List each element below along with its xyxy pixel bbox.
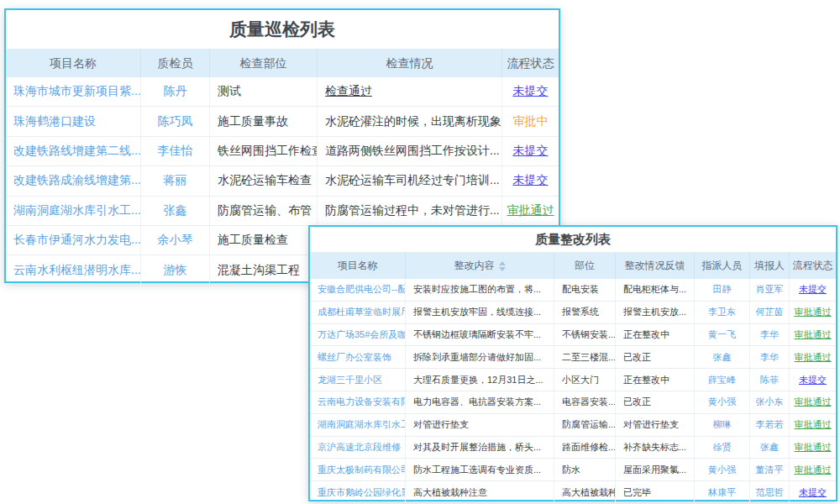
content-cell: 安装时应按施工图的布置，将... (406, 279, 554, 301)
situation-cell: 水泥砼灌注的时候，出现离析现象 (318, 107, 502, 135)
column-header-流程状态: 流程状态 (502, 50, 559, 77)
status-link[interactable]: 审批中 (502, 107, 559, 135)
column-header-项目名称: 项目名称 (6, 50, 141, 77)
assignee-link[interactable]: 黄小强 (695, 391, 750, 413)
reporter-link[interactable]: 范思哲 (750, 481, 790, 503)
table-row: 万达广场35#会所及咖啡厅空...不锈钢边框玻璃隔断安装不牢...不锈钢安装..… (310, 324, 836, 347)
column-header-label: 填报人 (754, 259, 785, 273)
status-link[interactable]: 未提交 (790, 279, 836, 301)
content-cell: 电力电容器、电抗器安装方案... (406, 391, 554, 413)
status-link[interactable]: 审批通过 (790, 324, 836, 346)
part-cell: 电容器安装... (554, 391, 616, 413)
table-row: 龙湖三千里小区大理石质量更换，12月31日之...小区大门正在整改中薛宝峰陈菲未… (310, 369, 836, 391)
table-row: 改建铁路成渝线增建第...蒋丽水泥砼运输车检查水泥砼运输车司机经过专门培训...… (6, 166, 559, 196)
assignee-link[interactable]: 黄小强 (695, 459, 750, 480)
assignee-link[interactable]: 徐贤 (695, 437, 750, 459)
project-link[interactable]: 京沪高速北京段维修 (310, 437, 406, 459)
project-link[interactable]: 湖南洞庭湖水库引水工程施工标 (310, 414, 406, 436)
content-cell: 拆除到承重墙部分请做好加固... (406, 346, 554, 368)
column-header-整改情况反馈: 整改情况反馈 (616, 253, 695, 279)
assignee-link[interactable]: 田静 (695, 279, 750, 301)
project-link[interactable]: 长春市伊通河水力发电... (6, 226, 141, 255)
status-link[interactable]: 未提交 (790, 369, 836, 391)
project-link[interactable]: 安徽合肥供电公司--配电设备... (310, 279, 406, 301)
status-link[interactable]: 审批通过 (790, 391, 836, 413)
sort-icon[interactable] (499, 261, 506, 271)
status-link[interactable]: 审批通过 (790, 459, 836, 480)
part-cell: 小区大门 (554, 369, 616, 391)
project-link[interactable]: 湖南洞庭湖水库引水工... (6, 197, 141, 225)
assignee-link[interactable]: 黄一飞 (695, 324, 750, 346)
reporter-link[interactable]: 张鑫 (750, 437, 790, 459)
column-header-label: 项目名称 (50, 56, 97, 71)
table-row: 重庆市鹅岭公园绿化景观提升...高大植被栽种注意高大植被栽种已完毕林康平范思哲未… (310, 481, 836, 503)
inspection-table-header: 项目名称质检员检查部位检查情况流程状态 (6, 49, 559, 77)
inspector-link[interactable]: 陈巧凤 (141, 107, 210, 135)
inspector-link[interactable]: 陈丹 (141, 77, 210, 106)
column-header-部位: 部位 (554, 253, 616, 279)
status-link[interactable]: 审批通过 (790, 414, 836, 436)
inspector-link[interactable]: 余小琴 (141, 226, 210, 255)
part-cell: 防水 (554, 459, 616, 480)
content-cell: 对管进行垫支 (406, 414, 554, 436)
project-link[interactable]: 龙湖三千里小区 (310, 369, 406, 391)
reporter-link[interactable]: 李华 (750, 346, 790, 368)
rectify-table-body: 安徽合肥供电公司--配电设备...安装时应按施工图的布置，将...配电安装配电柜… (310, 279, 836, 503)
feedback-cell: 已改正 (616, 346, 695, 368)
part-cell: 高大植被栽种 (554, 481, 616, 503)
project-link[interactable]: 成都杜甫草堂临时展厅独立展... (310, 302, 406, 323)
column-header-检查情况: 检查情况 (318, 50, 502, 77)
inspector-link[interactable]: 张鑫 (141, 197, 210, 225)
part-cell: 测试 (210, 77, 318, 106)
reporter-link[interactable]: 董清平 (750, 459, 790, 480)
rectify-table-header: 项目名称整改内容部位整改情况反馈指派人员填报人流程状态 (310, 252, 836, 279)
feedback-cell: 补齐缺失标志... (616, 437, 695, 459)
column-header-整改内容[interactable]: 整改内容 (406, 253, 554, 279)
status-link[interactable]: 未提交 (502, 137, 559, 165)
project-link[interactable]: 云南水利枢纽潜明水库... (6, 255, 141, 284)
status-link[interactable]: 审批通过 (502, 197, 559, 225)
assignee-link[interactable]: 张鑫 (695, 346, 750, 368)
status-link[interactable]: 未提交 (790, 481, 836, 503)
project-link[interactable]: 螺丝厂办公室装饰 (310, 346, 406, 368)
project-link[interactable]: 万达广场35#会所及咖啡厅空... (310, 324, 406, 346)
reporter-link[interactable]: 李华 (750, 324, 790, 346)
status-link[interactable]: 未提交 (502, 166, 559, 195)
project-link[interactable]: 重庆太极制药有限公司亳州中... (310, 459, 406, 480)
reporter-link[interactable]: 张小东 (750, 391, 790, 413)
content-cell: 大理石质量更换，12月31日之... (406, 369, 554, 391)
content-cell: 对其及时开展整治措施，桥头... (406, 437, 554, 459)
column-header-label: 整改情况反馈 (625, 259, 685, 273)
reporter-link[interactable]: 肖亚军 (750, 279, 790, 301)
feedback-cell: 正在整改中 (616, 324, 695, 346)
project-link[interactable]: 改建铁路线增建第二线... (6, 137, 141, 165)
reporter-link[interactable]: 何芷茵 (750, 302, 790, 323)
status-link[interactable]: 审批通过 (790, 302, 836, 323)
inspector-link[interactable]: 游恢 (141, 255, 210, 284)
project-link[interactable]: 珠海鹤港口建设 (6, 107, 141, 135)
assignee-link[interactable]: 李卫东 (695, 302, 750, 323)
project-link[interactable]: 改建铁路成渝线增建第... (6, 166, 141, 195)
inspector-link[interactable]: 李佳怡 (141, 137, 210, 165)
project-link[interactable]: 珠海市城市更新项目紫... (6, 77, 141, 106)
column-header-检查部位: 检查部位 (210, 50, 318, 77)
status-link[interactable]: 审批通过 (790, 346, 836, 368)
project-link[interactable]: 重庆市鹅岭公园绿化景观提升... (310, 481, 406, 503)
content-cell: 高大植被栽种注意 (406, 481, 554, 503)
assignee-link[interactable]: 薛宝峰 (695, 369, 750, 391)
assignee-link[interactable]: 林康平 (695, 481, 750, 503)
status-link[interactable]: 未提交 (502, 77, 559, 106)
reporter-link[interactable]: 李若若 (750, 414, 790, 436)
rectify-table: 质量整改列表 项目名称整改内容部位整改情况反馈指派人员填报人流程状态 安徽合肥供… (308, 225, 837, 501)
column-header-流程状态: 流程状态 (790, 253, 836, 279)
table-row: 珠海鹤港口建设陈巧凤施工质量事故水泥砼灌注的时候，出现离析现象审批中 (6, 107, 559, 136)
table-row: 云南电力设备安装有限公司20...电力电容器、电抗器安装方案...电容器安装..… (310, 391, 836, 414)
table-row: 湖南洞庭湖水库引水工程施工标对管进行垫支防腐管运输...对管进行垫支柳琳李若若审… (310, 414, 836, 437)
status-link[interactable]: 审批通过 (790, 437, 836, 459)
project-link[interactable]: 云南电力设备安装有限公司20... (310, 391, 406, 413)
part-cell: 报警系统 (554, 302, 616, 323)
assignee-link[interactable]: 柳琳 (695, 414, 750, 436)
reporter-link[interactable]: 陈菲 (750, 369, 790, 391)
situation-cell: 水泥砼运输车司机经过专门培训... (318, 166, 502, 195)
inspector-link[interactable]: 蒋丽 (141, 166, 210, 195)
